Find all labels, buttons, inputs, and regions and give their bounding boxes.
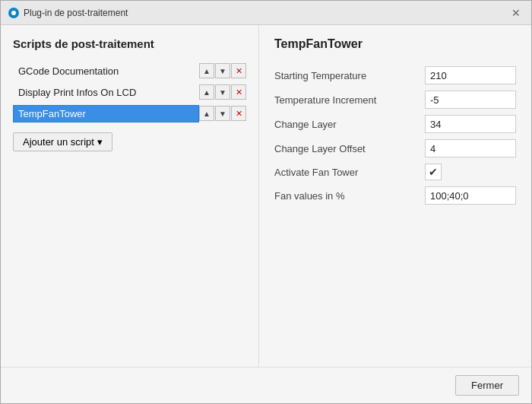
- add-script-dropdown-icon: ▾: [97, 136, 103, 148]
- script-controls-lcd: ▲ ▼ ✕: [199, 84, 246, 100]
- script-label-lcd[interactable]: Display Print Infos On LCD: [13, 84, 199, 101]
- script-up-button-gcode[interactable]: ▲: [199, 63, 214, 78]
- window: Plug-in de post-traitement ✕ Scripts de …: [0, 0, 532, 404]
- titlebar: Plug-in de post-traitement ✕: [1, 1, 531, 25]
- script-down-button-tempfan[interactable]: ▼: [215, 106, 230, 121]
- left-panel: Scripts de post-traitement GCode Documen…: [1, 25, 259, 367]
- right-panel: TempFanTower Starting Temperature Temper…: [259, 25, 531, 367]
- change-layer-label: Change Layer: [274, 112, 419, 136]
- activate-fan-tower-value: ✔: [419, 161, 516, 183]
- temp-increment-label: Temperature Increment: [274, 87, 419, 112]
- titlebar-left: Plug-in de post-traitement: [8, 8, 128, 18]
- script-down-button-gcode[interactable]: ▼: [215, 63, 230, 78]
- script-row-lcd: Display Print Infos On LCD ▲ ▼ ✕: [13, 82, 246, 102]
- change-layer-input[interactable]: [425, 115, 516, 133]
- script-list: GCode Documentation ▲ ▼ ✕ Display Print …: [13, 61, 246, 123]
- script-remove-button-tempfan[interactable]: ✕: [231, 106, 246, 121]
- change-layer-offset-label: Change Layer Offset: [274, 136, 419, 161]
- change-layer-offset-value: [419, 136, 516, 161]
- starting-temp-value: [419, 63, 516, 87]
- script-up-button-lcd[interactable]: ▲: [199, 84, 214, 100]
- window-title: Plug-in de post-traitement: [24, 8, 128, 18]
- fan-values-label: Fan values in %: [274, 183, 419, 208]
- form-grid: Starting Temperature Temperature Increme…: [274, 63, 516, 208]
- add-script-button[interactable]: Ajouter un script ▾: [13, 132, 112, 151]
- script-label-tempfan[interactable]: TempFanTower: [13, 105, 199, 122]
- fan-values-input[interactable]: [425, 186, 516, 205]
- footer: Fermer: [1, 367, 531, 403]
- scripts-panel-title: Scripts de post-traitement: [13, 37, 246, 50]
- script-remove-button-lcd[interactable]: ✕: [231, 84, 246, 100]
- script-label-gcode[interactable]: GCode Documentation: [13, 62, 199, 80]
- script-row-tempfan: TempFanTower ▲ ▼ ✕: [13, 103, 246, 123]
- fan-values-value: [419, 183, 516, 208]
- change-layer-offset-input[interactable]: [425, 139, 516, 157]
- right-panel-title: TempFanTower: [274, 37, 516, 51]
- main-content: Scripts de post-traitement GCode Documen…: [1, 25, 531, 367]
- script-down-button-lcd[interactable]: ▼: [215, 84, 230, 100]
- add-script-label: Ajouter un script: [23, 136, 94, 148]
- script-controls-tempfan: ▲ ▼ ✕: [199, 106, 246, 121]
- fermer-button[interactable]: Fermer: [455, 375, 519, 396]
- activate-fan-tower-checkbox[interactable]: ✔: [425, 164, 442, 180]
- temp-increment-value: [419, 87, 516, 112]
- script-up-button-tempfan[interactable]: ▲: [199, 106, 214, 121]
- window-close-button[interactable]: ✕: [508, 8, 524, 18]
- checkmark-icon: ✔: [429, 166, 438, 178]
- starting-temp-input[interactable]: [425, 66, 516, 84]
- app-logo-icon: [8, 8, 19, 18]
- starting-temp-label: Starting Temperature: [274, 63, 419, 87]
- temp-increment-input[interactable]: [425, 91, 516, 109]
- script-remove-button-gcode[interactable]: ✕: [231, 63, 246, 78]
- activate-fan-tower-label: Activate Fan Tower: [274, 161, 419, 183]
- script-controls-gcode: ▲ ▼ ✕: [199, 63, 246, 78]
- change-layer-value: [419, 112, 516, 136]
- script-row-gcode: GCode Documentation ▲ ▼ ✕: [13, 61, 246, 81]
